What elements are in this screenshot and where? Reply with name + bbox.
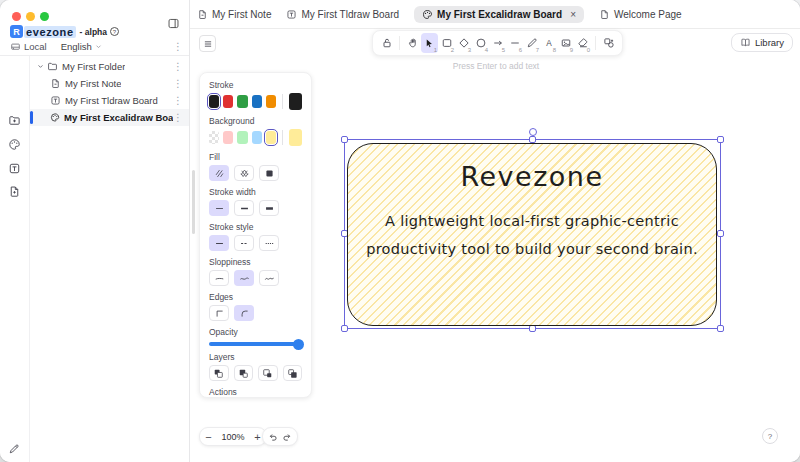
- rectangle-tool-button[interactable]: 2: [438, 33, 455, 53]
- minimize-window-button[interactable]: [26, 12, 35, 21]
- diamond-tool-button[interactable]: 3: [455, 33, 472, 53]
- more-tools-button[interactable]: [600, 33, 617, 53]
- sloppiness-architect-button[interactable]: [209, 270, 229, 286]
- selection-tool-button[interactable]: 1: [421, 33, 438, 53]
- rotate-handle[interactable]: [529, 128, 537, 136]
- close-tab-icon[interactable]: ×: [570, 9, 576, 20]
- stroke-color-orange[interactable]: [266, 95, 276, 108]
- resize-handle-n[interactable]: [529, 136, 536, 143]
- eraser-tool-button[interactable]: 0: [574, 33, 591, 53]
- canvas-help-button[interactable]: ?: [762, 428, 778, 444]
- excalidraw-icon: [50, 112, 60, 123]
- tab-my-first-tldraw-board[interactable]: My First Tldraw Board: [286, 9, 399, 20]
- stroke-current-color[interactable]: [289, 93, 302, 110]
- stroke-color-black[interactable]: [209, 95, 219, 108]
- tree-folder-my-first-folder[interactable]: My First Folder ⋮: [30, 58, 189, 75]
- tree-item-note[interactable]: My First Note ⋮: [30, 75, 189, 92]
- note-icon: [197, 9, 208, 20]
- fill-hachure-button[interactable]: [209, 165, 229, 181]
- zoom-out-button[interactable]: −: [200, 431, 217, 443]
- resize-handle-nw[interactable]: [341, 136, 348, 143]
- shape-body-text: A lightweight local-first graphic-centri…: [348, 207, 716, 263]
- bold-line-icon: [239, 203, 250, 214]
- logo-badge: R: [10, 25, 23, 38]
- extrabold-line-icon: [264, 203, 275, 214]
- stroke-color-blue[interactable]: [252, 95, 262, 108]
- sloppiness-artist-button[interactable]: [234, 270, 254, 286]
- line-tool-button[interactable]: 6: [506, 33, 523, 53]
- sidebar-menu-icon[interactable]: ⋮: [173, 42, 183, 52]
- tree-item-excalidraw-board[interactable]: My First Excalidraw Board ⋮: [30, 109, 189, 126]
- item-menu-icon[interactable]: ⋮: [173, 96, 183, 106]
- about-icon[interactable]: ?: [110, 27, 119, 36]
- draw-tool-button[interactable]: 7: [523, 33, 540, 53]
- stroke-style-dotted-button[interactable]: [259, 235, 279, 251]
- library-button[interactable]: Library: [731, 33, 793, 52]
- maximize-window-button[interactable]: [40, 12, 49, 21]
- stroke-width-extrabold-button[interactable]: [259, 200, 279, 216]
- send-to-back-button[interactable]: [209, 365, 229, 381]
- panel-scrollbar[interactable]: [192, 170, 195, 234]
- tree-item-label: My First Folder: [62, 61, 125, 72]
- section-label: Actions: [209, 387, 302, 397]
- add-tldraw-board-icon[interactable]: [8, 162, 21, 175]
- edges-sharp-button[interactable]: [209, 305, 229, 321]
- resize-handle-e[interactable]: [717, 230, 724, 237]
- bg-color-pink[interactable]: [223, 131, 233, 144]
- item-menu-icon[interactable]: ⋮: [173, 79, 183, 89]
- resize-handle-s[interactable]: [529, 325, 536, 332]
- section-label: Stroke style: [209, 222, 302, 232]
- canvas-menu-button[interactable]: [199, 35, 216, 52]
- redo-button[interactable]: [281, 431, 293, 443]
- opacity-slider[interactable]: [209, 342, 303, 346]
- collapse-sidebar-icon[interactable]: [167, 17, 180, 30]
- add-folder-icon[interactable]: [8, 114, 21, 127]
- artist-icon: [239, 273, 250, 284]
- fill-solid-button[interactable]: [259, 165, 279, 181]
- bg-color-yellow[interactable]: [266, 131, 276, 144]
- close-window-button[interactable]: [12, 12, 21, 21]
- bring-to-front-button[interactable]: [283, 365, 303, 381]
- text-tool-button[interactable]: A 8: [540, 33, 557, 53]
- resize-handle-sw[interactable]: [341, 325, 348, 332]
- canvas-rectangle-shape[interactable]: Revezone A lightweight local-first graph…: [347, 143, 717, 326]
- bring-forward-button[interactable]: [258, 365, 278, 381]
- arrow-tool-button[interactable]: 5: [489, 33, 506, 53]
- hand-tool-button[interactable]: [404, 33, 421, 53]
- undo-button[interactable]: [267, 431, 279, 443]
- tree-item-tldraw-board[interactable]: My First Tldraw Board ⋮: [30, 92, 189, 109]
- stroke-style-dashed-button[interactable]: [234, 235, 254, 251]
- excalidraw-link-icon[interactable]: [8, 443, 20, 455]
- language-select[interactable]: English: [61, 41, 92, 52]
- stroke-color-red[interactable]: [223, 95, 233, 108]
- stroke-width-thin-button[interactable]: [209, 200, 229, 216]
- bg-color-blue[interactable]: [252, 131, 262, 144]
- add-note-icon[interactable]: [8, 185, 21, 198]
- image-tool-button[interactable]: 9: [557, 33, 574, 53]
- edges-round-button[interactable]: [234, 305, 254, 321]
- opacity-slider-knob[interactable]: [293, 339, 304, 350]
- lock-tool-button[interactable]: [378, 33, 395, 53]
- add-excalidraw-board-icon[interactable]: [8, 138, 21, 151]
- resize-handle-ne[interactable]: [717, 136, 724, 143]
- bg-current-color[interactable]: [289, 129, 302, 146]
- sloppiness-cartoonist-button[interactable]: [259, 270, 279, 286]
- fill-crosshatch-button[interactable]: [234, 165, 254, 181]
- stroke-width-section: Stroke width: [209, 187, 302, 216]
- send-backward-button[interactable]: [234, 365, 254, 381]
- stroke-width-bold-button[interactable]: [234, 200, 254, 216]
- logo-text: evezone: [24, 26, 76, 38]
- item-menu-icon[interactable]: ⋮: [173, 113, 183, 123]
- bg-color-green[interactable]: [237, 131, 247, 144]
- cartoonist-icon: [264, 273, 275, 284]
- tab-welcome-page[interactable]: Welcome Page: [599, 9, 682, 20]
- bg-color-transparent[interactable]: [209, 131, 219, 144]
- item-menu-icon[interactable]: ⋮: [173, 62, 183, 72]
- zoom-level[interactable]: 100%: [217, 432, 249, 442]
- ellipse-tool-button[interactable]: 4: [472, 33, 489, 53]
- tab-my-first-note[interactable]: My First Note: [197, 9, 271, 20]
- stroke-style-solid-button[interactable]: [209, 235, 229, 251]
- stroke-color-green[interactable]: [237, 95, 247, 108]
- tab-my-first-excalidraw-board[interactable]: My First Excalidraw Board ×: [414, 6, 584, 23]
- resize-handle-se[interactable]: [717, 325, 724, 332]
